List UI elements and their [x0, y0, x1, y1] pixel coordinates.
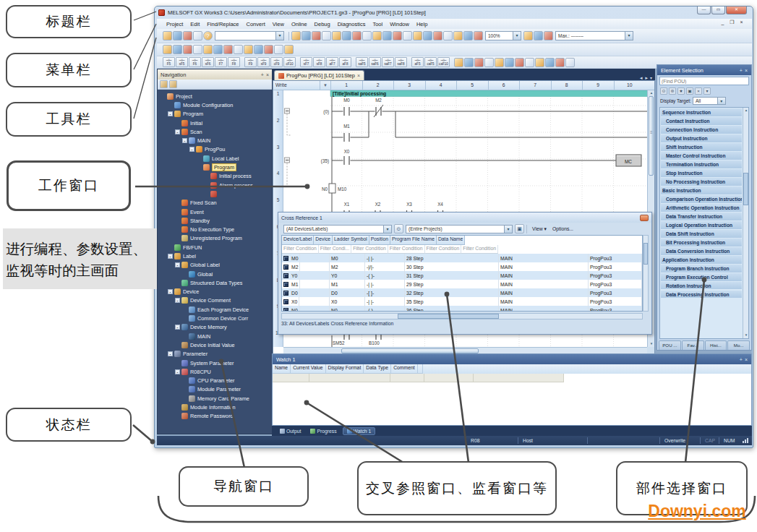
tab-progress[interactable]: Progress: [307, 428, 340, 434]
instruction-list-item[interactable]: No Processing Instruction: [661, 178, 742, 186]
edit-d-icon[interactable]: [484, 58, 494, 67]
screen-c-icon[interactable]: [362, 31, 372, 40]
menu-item[interactable]: Online: [288, 21, 311, 27]
edit-i-icon[interactable]: [535, 58, 544, 67]
filter-condition-cell[interactable]: Filter Condition: [351, 245, 388, 254]
menu-item[interactable]: Debug: [311, 21, 334, 27]
table-row[interactable]: X0 X0 -| |- 35 Step MAIN ProgPou3: [282, 297, 642, 306]
filter-condition-cell[interactable]: Filter Condition: [388, 245, 425, 254]
folder-icon[interactable]: ▣: [686, 87, 693, 95]
nav-tree-item[interactable]: Remote Password: [158, 412, 272, 421]
scroll-up-icon[interactable]: ▲: [743, 108, 749, 113]
find-icon[interactable]: [443, 31, 453, 40]
nav-tree-item[interactable]: Event: [158, 207, 272, 216]
device-checkbox-icon[interactable]: [283, 299, 288, 304]
device-monitor-icon[interactable]: [223, 45, 233, 54]
device-checkbox-icon[interactable]: [283, 265, 288, 270]
mdi-restore-button[interactable]: ❐: [728, 20, 736, 25]
watch-header[interactable]: Watch 1 + ×: [273, 354, 751, 364]
help-icon[interactable]: [203, 31, 213, 40]
close-icon[interactable]: ×: [745, 68, 748, 73]
ladder-symbol-button[interactable]: sF6: [202, 57, 214, 67]
nav-tree-item[interactable]: Device: [158, 288, 272, 296]
expand-icon[interactable]: [168, 111, 173, 116]
column-header[interactable]: [418, 364, 423, 374]
nav-tree-item[interactable]: Global: [158, 270, 272, 278]
nav-tree-item[interactable]: Project: [158, 92, 272, 100]
pin-icon[interactable]: +: [261, 72, 264, 77]
nav-tree-item[interactable]: R08CPU: [158, 367, 272, 376]
expand-icon[interactable]: [175, 298, 180, 303]
instruction-list-item[interactable]: Data Processing Instruction: [661, 291, 742, 299]
tab-close-icon[interactable]: ×: [357, 73, 360, 78]
close-icon[interactable]: ×: [266, 72, 269, 77]
redo-icon[interactable]: [332, 31, 341, 40]
ladder-symbol-button[interactable]: sF5: [176, 57, 188, 67]
panel-tab[interactable]: Fav...: [682, 340, 704, 350]
ladder-symbol-button[interactable]: saF5: [356, 57, 368, 67]
menu-item[interactable]: Window: [386, 21, 413, 27]
close-icon[interactable]: ×: [745, 357, 748, 362]
instruction-list-item[interactable]: Termination Instruction: [661, 160, 742, 168]
zoom-in-icon[interactable]: [463, 31, 473, 40]
maximize-button[interactable]: ▭: [711, 7, 725, 14]
ladder-symbol-button[interactable]: aF5: [411, 57, 424, 67]
edit-c-icon[interactable]: [474, 58, 484, 67]
max-combo[interactable]: Max.: --------: [555, 31, 633, 40]
nav-tree-item[interactable]: Standby: [158, 216, 272, 225]
instruction-list-item[interactable]: Logical Operation Instruction: [661, 221, 742, 229]
instruction-list-item[interactable]: Data Transfer Instruction: [661, 213, 742, 220]
float-window-icon[interactable]: [640, 215, 649, 221]
scroll-down-icon[interactable]: ▼: [743, 332, 749, 338]
replace-icon[interactable]: [453, 31, 463, 40]
ladder-symbol-button[interactable]: sF9: [257, 57, 270, 67]
ladder-symbol-button[interactable]: sF8: [313, 57, 325, 67]
menu-item[interactable]: Convert: [242, 21, 268, 27]
navigation-header[interactable]: Navigation + ×: [158, 69, 272, 80]
nav-tree-item[interactable]: Initial: [158, 119, 272, 127]
list-scrollbar[interactable]: ▲ ▼: [743, 108, 748, 338]
device-checkbox-icon[interactable]: [283, 273, 288, 278]
minimize-button[interactable]: —: [697, 7, 711, 14]
ladder-symbol-button[interactable]: F7: [215, 57, 227, 67]
close-button[interactable]: ✕: [726, 7, 747, 14]
nav-tree-item[interactable]: Device Memory: [158, 323, 272, 332]
tree-collapse-icon[interactable]: [169, 80, 177, 88]
nav-tree-item[interactable]: ProgPou: [158, 145, 272, 154]
expand-icon[interactable]: [182, 138, 187, 143]
instruction-list-item[interactable]: Sequence Instruction: [661, 108, 742, 116]
edit-g-icon[interactable]: [515, 58, 524, 67]
column-header[interactable]: Device/Label: [282, 236, 314, 245]
device-checkbox-icon[interactable]: [283, 308, 288, 312]
ladder-symbol-button[interactable]: caF10: [437, 57, 450, 67]
find-icon[interactable]: ⊙: [660, 87, 667, 95]
find-pou-input[interactable]: [659, 77, 749, 85]
save-icon[interactable]: [183, 31, 192, 40]
cut-icon[interactable]: [291, 31, 301, 40]
navigation-window-icon[interactable]: [163, 45, 172, 54]
menu-item[interactable]: Find/Replace: [203, 21, 242, 27]
pin-icon[interactable]: +: [740, 68, 743, 73]
menu-item[interactable]: Help: [413, 21, 431, 27]
nav-tree-item[interactable]: Alarm process: [158, 181, 272, 189]
zoom-out-icon[interactable]: [474, 31, 483, 40]
nav-tree-item[interactable]: No Execution Type: [158, 225, 272, 233]
nav-tree-item[interactable]: Scan: [158, 127, 272, 136]
table-vertical-scrollbar[interactable]: [643, 235, 649, 312]
nav-tree-item[interactable]: Local Label: [158, 154, 272, 163]
filter-icon[interactable]: [284, 45, 294, 54]
nav-tree-item[interactable]: Program: [158, 163, 272, 171]
new-icon[interactable]: [163, 31, 172, 40]
ladder-symbol-button[interactable]: F8: [228, 57, 240, 67]
watch-window-icon[interactable]: [234, 45, 243, 54]
menu-item[interactable]: Tool: [369, 21, 386, 27]
write-to-plc-icon[interactable]: [372, 31, 382, 40]
column-header[interactable]: Ladder Symbol: [333, 236, 369, 245]
edit-h-icon[interactable]: [525, 58, 534, 67]
scroll-down-icon[interactable]: ▼: [648, 341, 655, 347]
cross-reference-2-icon[interactable]: [213, 45, 223, 54]
filter-icon[interactable]: ▾: [703, 87, 711, 95]
filter-condition-cell[interactable]: Filter Condition: [461, 245, 498, 254]
edit-a-icon[interactable]: [454, 58, 463, 67]
ladder-symbol-button[interactable]: saF8: [395, 57, 407, 67]
